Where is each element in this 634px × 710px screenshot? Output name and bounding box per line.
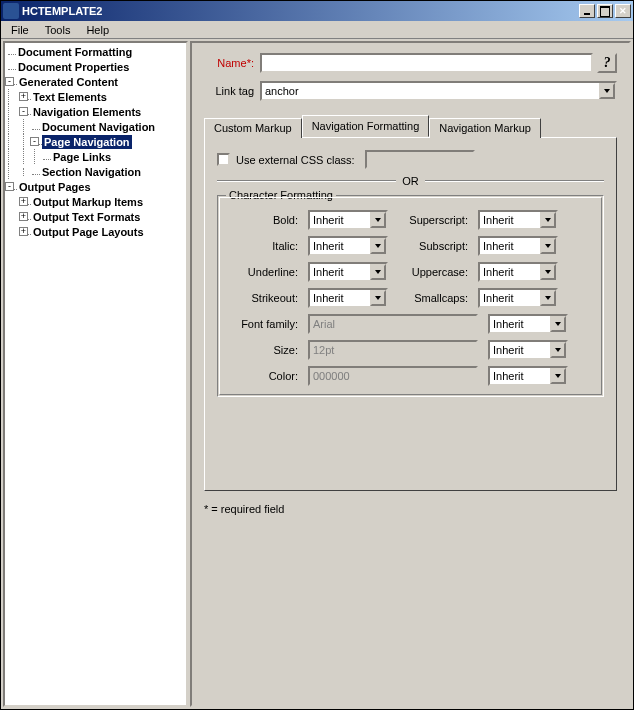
superscript-label: Superscript:	[398, 214, 468, 226]
smallcaps-select[interactable]: Inherit	[478, 288, 558, 308]
size-mode-select[interactable]: Inherit	[488, 340, 568, 360]
use-external-css-label: Use external CSS class:	[236, 154, 355, 166]
dropdown-icon	[550, 316, 566, 332]
tree-nav-elements[interactable]: Navigation Elements	[31, 105, 143, 119]
menubar: File Tools Help	[1, 21, 633, 39]
tree-page-navigation[interactable]: Page Navigation	[42, 135, 132, 149]
dropdown-icon	[550, 342, 566, 358]
tree-toggle-generated[interactable]: -	[5, 77, 14, 86]
menu-file[interactable]: File	[3, 22, 37, 38]
tree-doc-formatting[interactable]: Document Formatting	[16, 45, 134, 59]
link-tag-label: Link tag	[204, 85, 254, 97]
app-window: HCTEMPLATE2 File Tools Help Document For…	[0, 0, 634, 710]
minimize-button[interactable]	[579, 4, 595, 18]
dropdown-icon	[599, 83, 615, 99]
tree-toggle-page-nav[interactable]: -	[30, 137, 39, 146]
name-label: Name*:	[204, 57, 254, 69]
superscript-select[interactable]: Inherit	[478, 210, 558, 230]
tab-body: Use external CSS class: OR Character For…	[204, 137, 617, 491]
underline-select[interactable]: Inherit	[308, 262, 388, 282]
link-tag-select[interactable]: anchor	[260, 81, 617, 101]
name-input[interactable]	[260, 53, 593, 73]
menu-tools[interactable]: Tools	[37, 22, 79, 38]
font-family-input: Arial	[308, 314, 478, 334]
tree-doc-navigation[interactable]: Document Navigation	[40, 120, 157, 134]
font-family-mode-select[interactable]: Inherit	[488, 314, 568, 334]
or-label: OR	[396, 175, 425, 187]
character-formatting-title: Character Formatting	[226, 189, 336, 201]
font-family-label: Font family:	[228, 318, 298, 330]
tree-section-navigation[interactable]: Section Navigation	[40, 165, 143, 179]
character-formatting-group: Character Formatting Bold: Inherit Super…	[217, 195, 604, 397]
window-title: HCTEMPLATE2	[22, 5, 577, 17]
strikeout-select[interactable]: Inherit	[308, 288, 388, 308]
tree-panel[interactable]: Document Formatting Document Properties …	[3, 41, 188, 707]
tree-toggle-output-pages[interactable]: -	[5, 182, 14, 191]
dropdown-icon	[540, 264, 556, 280]
dropdown-icon	[370, 212, 386, 228]
app-icon	[3, 3, 19, 19]
use-external-css-checkbox[interactable]	[217, 153, 230, 166]
tab-custom-markup[interactable]: Custom Markup	[204, 118, 302, 138]
tree-page-links[interactable]: Page Links	[51, 150, 113, 164]
italic-select[interactable]: Inherit	[308, 236, 388, 256]
tree-output-page-layouts[interactable]: Output Page Layouts	[31, 225, 146, 239]
bold-label: Bold:	[228, 214, 298, 226]
divider-left	[217, 180, 396, 182]
tree-toggle-page-layouts[interactable]: +	[19, 227, 28, 236]
tree-toggle-text-elements[interactable]: +	[19, 92, 28, 101]
required-footnote: * = required field	[204, 503, 284, 515]
maximize-button[interactable]	[597, 4, 613, 18]
dropdown-icon	[540, 290, 556, 306]
titlebar: HCTEMPLATE2	[1, 1, 633, 21]
tree-toggle-text-formats[interactable]: +	[19, 212, 28, 221]
dropdown-icon	[550, 368, 566, 384]
dropdown-icon	[370, 264, 386, 280]
underline-label: Underline:	[228, 266, 298, 278]
divider-right	[425, 180, 604, 182]
menu-help[interactable]: Help	[78, 22, 117, 38]
bold-select[interactable]: Inherit	[308, 210, 388, 230]
dropdown-icon	[540, 238, 556, 254]
subscript-label: Subscript:	[398, 240, 468, 252]
tree-output-text-formats[interactable]: Output Text Formats	[31, 210, 142, 224]
close-button[interactable]	[615, 4, 631, 18]
tree-output-pages[interactable]: Output Pages	[17, 180, 93, 194]
tree-toggle-markup-items[interactable]: +	[19, 197, 28, 206]
content-area: Document Formatting Document Properties …	[1, 39, 633, 709]
color-input: 000000	[308, 366, 478, 386]
strikeout-label: Strikeout:	[228, 292, 298, 304]
size-label: Size:	[228, 344, 298, 356]
dropdown-icon	[370, 238, 386, 254]
subscript-select[interactable]: Inherit	[478, 236, 558, 256]
uppercase-select[interactable]: Inherit	[478, 262, 558, 282]
tree-text-elements[interactable]: Text Elements	[31, 90, 109, 104]
tree-output-markup-items[interactable]: Output Markup Items	[31, 195, 145, 209]
tree-doc-properties[interactable]: Document Properties	[16, 60, 131, 74]
tree-generated-content[interactable]: Generated Content	[17, 75, 120, 89]
uppercase-label: Uppercase:	[398, 266, 468, 278]
main-panel: Name*: ? Link tag anchor Custom Markup N…	[190, 41, 631, 707]
dropdown-icon	[370, 290, 386, 306]
tab-navigation-markup[interactable]: Navigation Markup	[429, 118, 541, 138]
smallcaps-label: Smallcaps:	[398, 292, 468, 304]
color-label: Color:	[228, 370, 298, 382]
link-tag-value: anchor	[262, 85, 599, 97]
external-css-input[interactable]	[365, 150, 475, 169]
tabs: Custom Markup Navigation Formatting Navi…	[204, 115, 617, 491]
tab-navigation-formatting[interactable]: Navigation Formatting	[302, 115, 430, 137]
dropdown-icon	[540, 212, 556, 228]
help-button[interactable]: ?	[597, 53, 617, 73]
color-mode-select[interactable]: Inherit	[488, 366, 568, 386]
italic-label: Italic:	[228, 240, 298, 252]
size-input: 12pt	[308, 340, 478, 360]
tree-toggle-nav-elements[interactable]: -	[19, 107, 28, 116]
